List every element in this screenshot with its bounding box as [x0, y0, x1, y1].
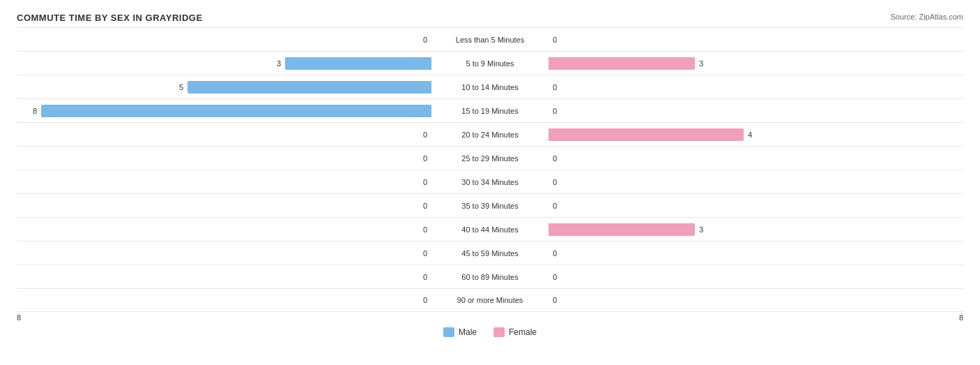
- female-bar: [549, 223, 695, 236]
- right-section: 3: [546, 57, 963, 70]
- female-value: 3: [699, 59, 710, 68]
- chart-row: 8 15 to 19 Minutes 0: [17, 98, 963, 122]
- left-section: 0: [17, 176, 434, 188]
- row-label: 10 to 14 Minutes: [434, 83, 546, 91]
- male-bar: [285, 57, 431, 70]
- female-value: 4: [748, 131, 759, 139]
- female-value: 0: [553, 178, 564, 186]
- chart-row: 0 60 to 89 Minutes 0: [17, 265, 963, 288]
- right-section: 3: [546, 223, 963, 236]
- male-value: 3: [270, 59, 281, 68]
- row-label: 90 or more Minutes: [434, 296, 546, 304]
- right-section: 0: [546, 271, 963, 283]
- right-section: 0: [546, 105, 963, 117]
- female-value: 0: [553, 107, 564, 115]
- row-label: 45 to 59 Minutes: [434, 249, 546, 258]
- chart-row: 3 5 to 9 Minutes 3: [17, 51, 963, 75]
- male-value: 0: [416, 178, 427, 186]
- row-label: 5 to 9 Minutes: [434, 59, 546, 68]
- right-section: 0: [546, 247, 963, 260]
- chart-row: 0 35 to 39 Minutes 0: [17, 193, 963, 217]
- male-value: 0: [416, 154, 427, 163]
- legend-male-label: Male: [459, 327, 477, 337]
- male-bar: [41, 105, 431, 117]
- right-section: 0: [546, 152, 963, 165]
- chart-row: 0 20 to 24 Minutes 4: [17, 122, 963, 146]
- female-value: 0: [553, 296, 564, 304]
- female-value: 0: [553, 202, 564, 210]
- male-value: 0: [416, 249, 427, 258]
- legend-male: Male: [443, 327, 477, 337]
- female-value: 0: [553, 36, 564, 44]
- male-value: 0: [416, 36, 427, 44]
- male-value: 0: [416, 273, 427, 281]
- male-value: 5: [172, 83, 183, 91]
- axis-row: 8 8: [17, 313, 963, 322]
- right-section: 4: [546, 128, 963, 141]
- right-section: 0: [546, 33, 963, 46]
- chart-row: 0 45 to 59 Minutes 0: [17, 241, 963, 265]
- row-label: 20 to 24 Minutes: [434, 131, 546, 139]
- female-value: 0: [553, 273, 564, 281]
- row-label: 30 to 34 Minutes: [434, 178, 546, 186]
- chart-row: 0 40 to 44 Minutes 3: [17, 217, 963, 241]
- chart-row: 0 Less than 5 Minutes 0: [17, 27, 963, 51]
- left-section: 0: [17, 128, 434, 141]
- axis-left-val: 8: [17, 313, 21, 322]
- female-value: 0: [553, 154, 564, 163]
- left-section: 0: [17, 247, 434, 260]
- male-value: 0: [416, 296, 427, 304]
- legend-male-box: [443, 327, 454, 337]
- male-bar: [187, 81, 431, 94]
- left-section: 3: [17, 57, 434, 70]
- right-section: 0: [546, 176, 963, 188]
- row-label: 15 to 19 Minutes: [434, 107, 546, 115]
- left-section: 0: [17, 294, 434, 306]
- source-label: Source: ZipAtlas.com: [890, 13, 963, 21]
- chart-row: 0 25 to 29 Minutes 0: [17, 146, 963, 170]
- axis-right-val: 8: [959, 313, 963, 322]
- female-bar: [549, 57, 695, 70]
- row-label: 25 to 29 Minutes: [434, 154, 546, 163]
- right-section: 0: [546, 294, 963, 306]
- female-value: 0: [553, 83, 564, 91]
- chart-row: 0 90 or more Minutes 0: [17, 288, 963, 312]
- male-value: 8: [26, 107, 37, 115]
- male-value: 0: [416, 202, 427, 210]
- row-label: 60 to 89 Minutes: [434, 273, 546, 281]
- left-section: 8: [17, 105, 434, 117]
- chart-row: 0 30 to 34 Minutes 0: [17, 170, 963, 193]
- left-section: 0: [17, 200, 434, 212]
- left-section: 0: [17, 33, 434, 46]
- chart-title: COMMUTE TIME BY SEX IN GRAYRIDGE: [17, 13, 963, 23]
- male-value: 0: [416, 131, 427, 139]
- row-label: 35 to 39 Minutes: [434, 202, 546, 210]
- female-bar: [549, 128, 744, 141]
- male-value: 0: [416, 225, 427, 234]
- female-value: 3: [699, 225, 710, 234]
- legend-female-label: Female: [509, 327, 537, 337]
- left-section: 0: [17, 271, 434, 283]
- chart-rows-wrapper: 0 Less than 5 Minutes 0 3 5 to 9 Minutes…: [17, 27, 963, 312]
- legend-female-box: [493, 327, 505, 337]
- row-label: Less than 5 Minutes: [434, 36, 546, 44]
- chart-row: 5 10 to 14 Minutes 0: [17, 75, 963, 98]
- right-section: 0: [546, 200, 963, 212]
- legend-female: Female: [493, 327, 537, 337]
- female-value: 0: [553, 249, 564, 258]
- left-section: 0: [17, 152, 434, 165]
- legend: Male Female: [17, 327, 963, 337]
- left-section: 5: [17, 81, 434, 94]
- left-section: 0: [17, 223, 434, 236]
- chart-container: COMMUTE TIME BY SEX IN GRAYRIDGE Source:…: [0, 0, 980, 365]
- right-section: 0: [546, 81, 963, 94]
- row-label: 40 to 44 Minutes: [434, 225, 546, 234]
